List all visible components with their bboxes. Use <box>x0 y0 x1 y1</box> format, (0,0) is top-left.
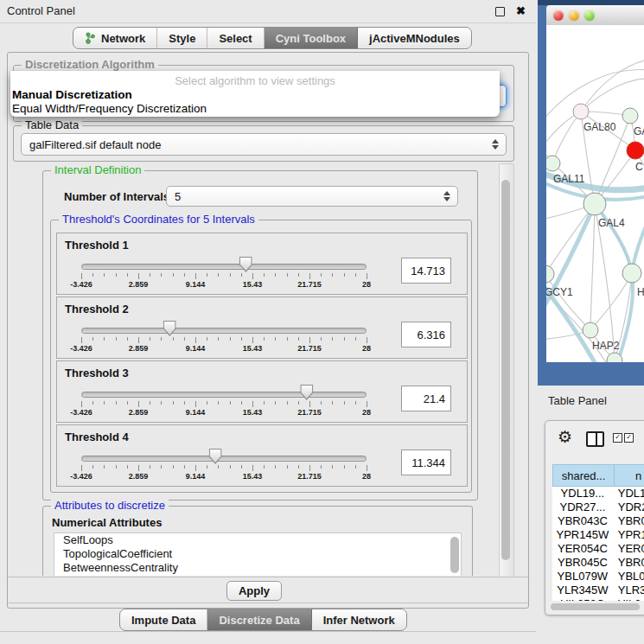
table-row[interactable]: YLR345WYLR3 <box>552 583 644 597</box>
network-edge[interactable] <box>581 79 644 112</box>
close-traffic-light-icon[interactable] <box>553 10 564 21</box>
table-cell[interactable]: YIL052C <box>552 597 613 601</box>
tab-jactivemnodules[interactable]: jActiveMNodules <box>358 28 471 48</box>
float-window-icon[interactable] <box>495 7 505 16</box>
table-row[interactable]: YER054CYER0 <box>552 542 644 556</box>
tab-impute-data[interactable]: Impute Data <box>120 609 207 630</box>
scale-label: 2.859 <box>129 472 149 481</box>
threshold-4-card: Threshold 4 -3.4262.8599.14415.4321.7152… <box>56 424 468 487</box>
table-cell[interactable]: YPR1 <box>613 528 644 542</box>
table-cell[interactable]: YDL1 <box>613 487 644 501</box>
scale-label: 21.715 <box>297 344 322 353</box>
apply-button[interactable]: Apply <box>226 581 282 601</box>
dropdown-option-manual-discretization[interactable]: Manual Discretization <box>12 88 132 101</box>
scale-label: 15.43 <box>243 472 263 481</box>
slider-thumb[interactable] <box>163 321 176 336</box>
slider-thumb[interactable] <box>239 257 252 272</box>
network-node[interactable] <box>546 156 560 171</box>
table-cell[interactable]: YDL19... <box>552 487 613 501</box>
dropdown-placeholder[interactable]: Select algorithm to view settings <box>10 74 500 87</box>
slider-scale-labels: -3.4262.8599.14415.4321.71528 <box>81 408 367 417</box>
table-cell[interactable]: YER054C <box>552 542 613 556</box>
threshold-4-slider[interactable] <box>81 456 367 462</box>
zoom-traffic-light-icon[interactable] <box>584 10 595 21</box>
threshold-3-value[interactable]: 21.4 <box>401 386 451 411</box>
table-cell[interactable]: YIL0 <box>613 597 644 601</box>
threshold-2-slider[interactable] <box>81 328 367 334</box>
network-edge[interactable] <box>590 204 595 330</box>
network-node[interactable] <box>583 322 598 338</box>
network-node[interactable] <box>573 104 589 119</box>
network-edge[interactable] <box>552 112 581 163</box>
numerical-attributes-list[interactable]: SelfLoopsTopologicalCoefficientBetweenne… <box>54 532 462 576</box>
slider-thumb[interactable] <box>300 385 313 400</box>
table-cell[interactable]: YBL0 <box>613 570 644 583</box>
checkbox-icon[interactable]: ✓ <box>624 433 634 443</box>
threshold-1-value[interactable]: 14.713 <box>401 258 451 284</box>
scale-label: 2.859 <box>129 280 149 289</box>
table-cell[interactable]: YLR3 <box>613 583 644 597</box>
table-cell[interactable]: YLR345W <box>552 583 613 597</box>
attribute-list-item[interactable]: BetweennessCentrality <box>54 561 461 575</box>
number-of-intervals-select[interactable]: 5 <box>166 186 458 207</box>
column-header-shared[interactable]: shared... <box>552 464 615 487</box>
table-cell[interactable]: YPR145W <box>552 528 613 542</box>
table-row[interactable]: YBR045CYBR0 <box>552 556 644 570</box>
network-node[interactable] <box>546 265 554 283</box>
table-cell[interactable]: YBR043C <box>552 514 613 528</box>
table-cell[interactable]: YBR045C <box>552 556 613 570</box>
threshold-1-slider[interactable] <box>81 264 367 270</box>
list-scrollbar[interactable] <box>450 537 459 573</box>
scrollbar-thumb[interactable] <box>501 180 510 560</box>
slider-thumb[interactable] <box>209 449 222 464</box>
table-cell[interactable]: YDR2 <box>613 501 644 514</box>
scale-label: -3.426 <box>70 344 92 353</box>
control-panel-title: Control Panel <box>7 0 75 22</box>
minimize-traffic-light-icon[interactable] <box>569 10 579 21</box>
table-row[interactable]: YIL052CYIL0 <box>552 597 644 601</box>
threshold-2-value[interactable]: 6.316 <box>401 322 451 348</box>
table-cell[interactable]: YDR27... <box>552 501 613 514</box>
table-row[interactable]: YDL19...YDL1 <box>552 487 644 501</box>
table-horizontal-scrollbar[interactable] <box>551 603 640 610</box>
threshold-3-slider[interactable] <box>81 392 367 398</box>
network-node[interactable] <box>583 193 606 215</box>
table-cell[interactable]: YER0 <box>613 542 644 556</box>
tab-infer-network[interactable]: Infer Network <box>312 609 406 630</box>
network-node[interactable] <box>622 264 641 283</box>
close-icon[interactable]: ✖ <box>516 0 526 22</box>
columns-icon[interactable] <box>586 431 604 447</box>
scale-label: -3.426 <box>70 280 92 289</box>
table-data-select[interactable]: galFiltered.sif default node <box>21 133 507 156</box>
table-row[interactable]: YBR043CYBR0 <box>552 514 644 528</box>
column-header-name[interactable]: n <box>615 464 644 487</box>
tab-discretize-data[interactable]: Discretize Data <box>207 609 311 630</box>
network-node[interactable] <box>622 108 638 124</box>
tab-network[interactable]: Network <box>73 28 157 48</box>
network-window-titlebar[interactable] <box>546 5 644 26</box>
tab-cyni-toolbox[interactable]: Cyni Toolbox <box>265 28 358 48</box>
network-node[interactable] <box>627 142 644 159</box>
network-edge[interactable] <box>546 204 595 274</box>
table-row[interactable]: YBL079WYBL0 <box>552 570 644 583</box>
tab-style[interactable]: Style <box>157 28 207 48</box>
table-row[interactable]: YDR27...YDR2 <box>552 501 644 514</box>
threshold-4-value[interactable]: 11.344 <box>401 450 451 475</box>
scale-label: 28 <box>362 280 371 289</box>
table-cell[interactable]: YBR0 <box>613 514 644 528</box>
control-panel-titlebar: Control Panel ✖ <box>0 0 536 23</box>
gear-icon[interactable]: ⚙ <box>558 428 572 447</box>
tab-label: jActiveMNodules <box>369 32 460 45</box>
slider-ticks <box>81 337 367 344</box>
dropdown-option-equal-width-frequency[interactable]: Equal Width/Frequency Discretization <box>12 102 207 115</box>
combo-arrows-icon <box>492 139 499 150</box>
checkbox-icon[interactable]: ✓ <box>613 433 622 443</box>
network-canvas[interactable]: GAL80GACGAL11GAL4GCY1HHAP2 <box>546 25 644 362</box>
table-row[interactable]: YPR145WYPR1 <box>552 528 644 542</box>
attribute-list-item[interactable]: TopologicalCoefficient <box>54 547 461 561</box>
tab-select[interactable]: Select <box>207 28 264 48</box>
settings-scrollbar[interactable] <box>499 163 514 602</box>
attribute-list-item[interactable]: SelfLoops <box>54 533 461 547</box>
table-cell[interactable]: YBL079W <box>552 570 613 583</box>
table-cell[interactable]: YBR0 <box>613 556 644 570</box>
